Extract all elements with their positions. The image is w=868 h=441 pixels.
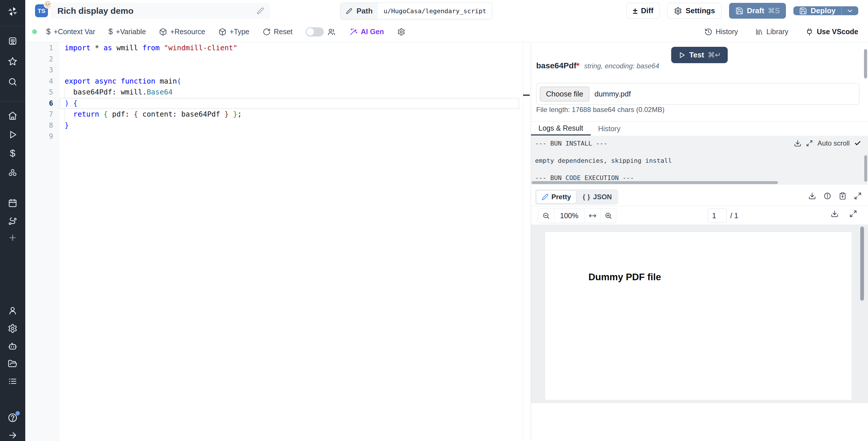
code-lines: 1import * as wmill from "windmill-client…: [25, 42, 523, 142]
download-pdf-icon[interactable]: [831, 210, 838, 217]
windmill-script-editor: $: [0, 0, 868, 441]
draft-button[interactable]: Draft ⌘S: [729, 3, 786, 19]
add-type-button[interactable]: +Type: [218, 28, 249, 36]
download-result-icon[interactable]: [808, 192, 816, 200]
use-vscode-label: Use VScode: [817, 28, 858, 36]
top-bar: TS Rich display demo Path u/HugoCasa/leg…: [25, 0, 868, 22]
choose-file-button[interactable]: Choose file: [540, 87, 589, 101]
toggle-switch[interactable]: [306, 27, 324, 36]
argument-row: base64Pdf* string, encoding: base64: [536, 61, 659, 70]
zoom-in-button[interactable]: [600, 208, 616, 223]
home-icon[interactable]: [0, 111, 25, 121]
package-icon: [159, 28, 167, 36]
add-type-label: +Type: [229, 28, 249, 36]
json-view-tab[interactable]: { } JSON: [578, 190, 617, 204]
info-icon[interactable]: [824, 192, 831, 200]
panel-resize-handle[interactable]: [523, 94, 530, 96]
add-variable-label: +Variable: [116, 28, 146, 36]
path-label: Path: [356, 7, 373, 16]
editor-settings-gear-icon[interactable]: [397, 28, 405, 36]
deploy-button[interactable]: Deploy: [794, 6, 841, 15]
pdf-scrollbar[interactable]: [860, 227, 864, 301]
download-logs-icon[interactable]: [794, 140, 801, 147]
code-editor[interactable]: 1import * as wmill from "windmill-client…: [25, 42, 523, 441]
zoom-out-button[interactable]: [538, 208, 554, 223]
variables-dollar-icon[interactable]: $: [0, 148, 25, 158]
code-line[interactable]: 8}: [25, 120, 523, 131]
code-line[interactable]: 7 return { pdf: { content: base64Pdf } }…: [25, 109, 523, 120]
workers-robot-icon[interactable]: [0, 342, 25, 351]
folders-icon[interactable]: [0, 359, 25, 369]
add-plus-icon[interactable]: [0, 233, 25, 242]
required-asterisk: *: [577, 61, 580, 70]
workspace-grid-icon[interactable]: [0, 36, 25, 46]
pdf-page: Dummy PDF file: [545, 232, 851, 400]
expand-logs-icon[interactable]: [806, 140, 813, 147]
reset-rotate-icon: [262, 28, 271, 36]
edit-title-pencil-icon[interactable]: [256, 7, 265, 15]
ai-gen-label: AI Gen: [361, 28, 384, 36]
autoscroll-check-icon[interactable]: [854, 140, 861, 147]
zoom-level: 100%: [554, 208, 584, 223]
tab-history[interactable]: History: [591, 122, 628, 136]
diff-button[interactable]: ± Diff: [626, 3, 660, 19]
runs-play-icon[interactable]: [0, 130, 25, 140]
package-icon: [218, 28, 226, 36]
logs-vertical-scrollbar[interactable]: [864, 155, 867, 182]
page-number-input[interactable]: [708, 208, 727, 223]
pdf-toolbar: 100% / 1: [531, 206, 868, 225]
baby-emoji-icon: [44, 1, 51, 8]
resources-cubes-icon[interactable]: [0, 168, 25, 178]
favorites-star-icon[interactable]: [0, 57, 25, 66]
pretty-view-tab[interactable]: Pretty: [536, 190, 577, 204]
json-label: JSON: [593, 193, 612, 201]
add-variable-button[interactable]: $ +Variable: [108, 27, 146, 36]
panel-scrollbar[interactable]: [864, 49, 867, 78]
tab-logs-result[interactable]: Logs & Result: [531, 122, 591, 136]
audit-logs-list-icon[interactable]: [0, 376, 25, 386]
library-button[interactable]: Library: [755, 28, 788, 36]
collapse-arrow-icon[interactable]: [0, 431, 25, 440]
copy-result-icon[interactable]: [839, 192, 846, 200]
routes-icon[interactable]: [0, 216, 25, 226]
save-icon: [799, 7, 807, 15]
help-icon[interactable]: [0, 413, 25, 423]
result-view-switcher: Pretty { } JSON: [535, 189, 618, 205]
pdf-viewer[interactable]: Dummy PDF file: [531, 225, 868, 403]
logs-area: --- BUN INSTALL --- empty dependencies, …: [531, 136, 868, 185]
add-context-var-button[interactable]: $ +Context Var: [46, 27, 95, 36]
fit-width-button[interactable]: [584, 208, 600, 223]
code-line[interactable]: 5 base64Pdf: wmill.Base64: [25, 87, 523, 98]
code-line[interactable]: 3: [25, 65, 523, 76]
code-line[interactable]: 2: [25, 54, 523, 65]
settings-button[interactable]: Settings: [668, 3, 722, 19]
user-icon[interactable]: [0, 306, 25, 316]
script-title-field[interactable]: Rich display demo: [51, 3, 270, 19]
use-vscode-button[interactable]: Use VScode: [805, 28, 858, 36]
search-icon[interactable]: [0, 77, 25, 87]
code-line[interactable]: 1import * as wmill from "windmill-client…: [25, 42, 523, 54]
path-selector[interactable]: Path u/HugoCasa/legendary_script: [340, 3, 492, 20]
settings-gear-icon[interactable]: [0, 324, 25, 333]
test-label: Test: [689, 51, 704, 59]
expand-result-icon[interactable]: [854, 192, 862, 200]
test-button[interactable]: Test ⌘↵: [671, 47, 727, 63]
deploy-dropdown-button[interactable]: [841, 6, 858, 15]
argument-name: base64Pdf: [536, 61, 577, 70]
library-label: Library: [766, 28, 788, 36]
ai-gen-button[interactable]: AI Gen: [349, 28, 384, 36]
add-resource-button[interactable]: +Resource: [159, 28, 205, 36]
code-line[interactable]: 9: [25, 131, 523, 142]
expand-pdf-icon[interactable]: [849, 210, 857, 217]
code-line[interactable]: 4export async function main(: [25, 76, 523, 87]
windmill-logo[interactable]: [0, 6, 25, 17]
draft-label: Draft: [747, 6, 764, 15]
logs-horizontal-scrollbar[interactable]: [532, 181, 778, 184]
sidebar: $: [0, 0, 25, 441]
history-button[interactable]: History: [704, 28, 738, 36]
reset-button[interactable]: Reset: [262, 28, 292, 36]
code-line[interactable]: 6) {: [25, 98, 523, 109]
diff-icon: ±: [633, 7, 638, 15]
schedules-calendar-icon[interactable]: [0, 198, 25, 208]
file-input[interactable]: Choose file dummy.pdf: [536, 83, 859, 105]
